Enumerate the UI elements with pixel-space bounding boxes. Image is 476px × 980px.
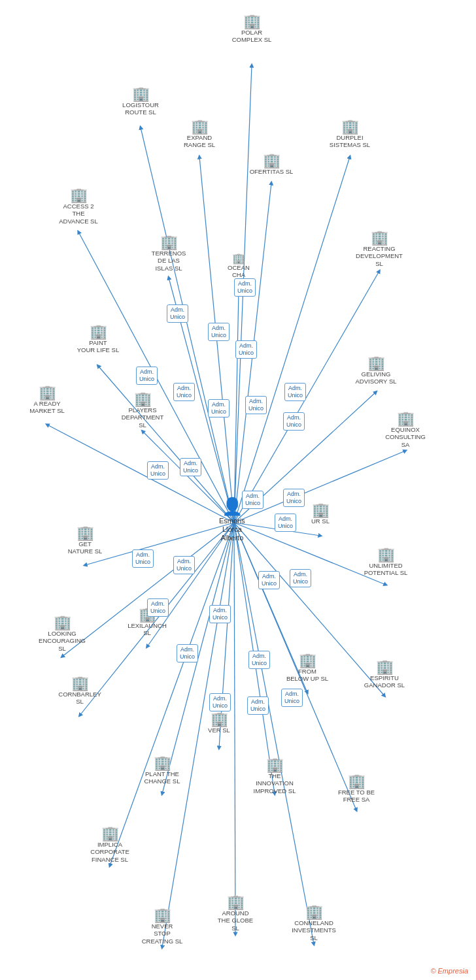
svg-line-8 — [98, 366, 234, 523]
company-node-access2[interactable]: 🏢 ACCESS 2 THE ADVANCE SL — [56, 188, 101, 225]
adm-badge-adm18: Adm.Unico — [209, 605, 231, 623]
building-icon: 🏢 — [397, 412, 415, 426]
building-icon: 🏢 — [211, 712, 228, 727]
adm-badge-adm2: Adm.Unico — [208, 323, 230, 341]
company-node-paint[interactable]: 🏢 PAINT YOUR LIFE SL — [75, 325, 121, 354]
adm-badge-adm26: Adm.Unico — [247, 696, 269, 715]
company-node-durplei[interactable]: 🏢 DURPLEI SISTEMAS SL — [327, 120, 373, 149]
company-node-innovation[interactable]: 🏢 THE INNOVATION IMPROVED SL — [252, 758, 298, 794]
company-node-never_stop[interactable]: 🏢 NEVER STOP CREATING SL — [139, 908, 185, 945]
building-icon: 🏢 — [232, 253, 245, 264]
network-graph: 👤 EsmorisLlorcaAlberto © Empresia 🏢 POLA… — [0, 0, 476, 980]
adm-unico-label: Adm.Unico — [281, 689, 303, 707]
adm-unico-label: Adm.Unico — [136, 367, 158, 385]
company-label: AROUND THE GLOBE SL — [218, 909, 253, 932]
company-node-terrenos[interactable]: 🏢 TERRENOS DE LAS ISLAS SL — [146, 235, 192, 272]
adm-unico-label: Adm.Unico — [180, 458, 201, 476]
building-icon: 🏢 — [191, 120, 209, 134]
company-node-ocean_cha[interactable]: 🏢 OCEAN CHA — [216, 253, 262, 279]
company-node-conneland[interactable]: 🏢 CONNELAND INVESTMENTS SL — [291, 905, 337, 941]
company-node-equinox[interactable]: 🏢 EQUINOX CONSULTING SA — [382, 412, 428, 448]
company-node-looking[interactable]: 🏢 LOOKING ENCOURAGING SL — [39, 615, 85, 652]
adm-badge-adm12: Adm.Unico — [180, 458, 201, 476]
building-icon: 🏢 — [299, 653, 316, 668]
company-label: FROM BELOW UP SL — [286, 668, 328, 683]
adm-badge-adm10: Adm.Unico — [283, 412, 305, 431]
building-icon: 🏢 — [227, 895, 245, 909]
company-node-geliving[interactable]: 🏢 GELIVING ADVISORY SL — [353, 356, 399, 385]
company-label: THE INNOVATION IMPROVED SL — [254, 772, 296, 794]
copyright-text: © Empresia — [430, 967, 468, 975]
building-icon: 🏢 — [90, 325, 107, 339]
company-node-get_nature[interactable]: 🏢 GET NATURE SL — [62, 526, 108, 555]
center-person-node: 👤 EsmorisLlorcaAlberto — [219, 497, 245, 543]
adm-badge-adm15: Adm.Unico — [283, 489, 305, 507]
company-node-polar[interactable]: 🏢 POLAR COMPLEX SL — [229, 14, 275, 44]
company-label: EQUINOX CONSULTING SA — [382, 426, 428, 448]
adm-unico-label: Adm.Unico — [245, 396, 267, 414]
adm-unico-label: Adm.Unico — [242, 491, 264, 509]
company-label: NEVER STOP CREATING SL — [142, 923, 183, 945]
company-node-implica[interactable]: 🏢 IMPLICA CORPORATE FINANCE SL — [87, 826, 133, 863]
company-node-never_ver[interactable]: 🏢 VER SL — [196, 712, 242, 734]
adm-badge-adm14: Adm.Unico — [275, 514, 296, 532]
company-label: LEXILAUNCH SL — [128, 622, 167, 637]
adm-unico-label: Adm.Unico — [167, 304, 188, 323]
building-icon: 🏢 — [312, 503, 330, 517]
company-node-around[interactable]: 🏢 AROUND THE GLOBE SL — [212, 895, 258, 932]
company-label: UNLIMITED POTENTIAL SL — [364, 562, 408, 577]
company-label: ACCESS 2 THE ADVANCE SL — [59, 203, 97, 225]
adm-badge-adm8: Adm.Unico — [245, 396, 267, 414]
adm-unico-label: Adm.Unico — [147, 461, 169, 480]
company-label: LOOKING ENCOURAGING SL — [39, 630, 86, 652]
adm-badge-adm4: Adm.Unico — [235, 340, 257, 359]
company-node-unlimited[interactable]: 🏢 UNLIMITED POTENTIAL SL — [363, 547, 409, 577]
adm-unico-label: Adm.Unico — [235, 340, 257, 359]
company-node-reacting[interactable]: 🏢 REACTING DEVELOPMENT SL — [356, 231, 402, 267]
building-icon: 🏢 — [348, 774, 366, 789]
adm-badge-adm19: Adm.Unico — [147, 598, 169, 617]
adm-badge-adm5: Adm.Unico — [136, 367, 158, 385]
company-label: TERRENOS DE LAS ISLAS SL — [152, 250, 186, 272]
company-label: VER SL — [208, 727, 230, 734]
company-label: ESPIRITU GANADOR SL — [364, 674, 405, 689]
adm-badge-adm23: Adm.Unico — [209, 693, 231, 711]
company-node-aready[interactable]: 🏢 A READY MARKET SL — [24, 385, 70, 415]
adm-badge-adm3: Adm.Unico — [234, 278, 256, 297]
svg-line-4 — [234, 157, 350, 523]
company-label: LOGISTOUR ROUTE SL — [122, 101, 159, 116]
adm-badge-adm24: Adm.Unico — [248, 651, 270, 669]
company-node-plant_change[interactable]: 🏢 PLANT THE CHANGE SL — [139, 756, 185, 785]
adm-unico-label: Adm.Unico — [234, 278, 256, 297]
building-icon: 🏢 — [263, 154, 280, 168]
adm-unico-label: Adm.Unico — [283, 489, 305, 507]
company-label: PLAYERS DEPARTMENT SL — [122, 406, 164, 429]
building-icon: 🏢 — [160, 235, 178, 250]
adm-badge-adm25: Adm.Unico — [281, 689, 303, 707]
building-icon: 🏢 — [132, 87, 150, 101]
adm-badge-adm21: Adm.Unico — [290, 569, 311, 587]
company-node-from_below[interactable]: 🏢 FROM BELOW UP SL — [284, 653, 330, 683]
company-label: POLAR COMPLEX SL — [232, 29, 272, 44]
company-node-free_to_be[interactable]: 🏢 FREE TO BE FREE SA — [333, 774, 379, 804]
company-node-expand[interactable]: 🏢 EXPAND RANGE SL — [177, 120, 222, 149]
company-node-espiritu[interactable]: 🏢 ESPIRITU GANADOR SL — [362, 660, 407, 689]
adm-unico-label: Adm.Unico — [258, 571, 280, 589]
building-icon: 🏢 — [71, 676, 89, 691]
adm-badge-adm11: Adm.Unico — [147, 461, 169, 480]
company-node-cornbarley[interactable]: 🏢 CORNBARLEY SL — [57, 676, 103, 706]
adm-unico-label: Adm.Unico — [208, 323, 230, 341]
company-node-logistour[interactable]: 🏢 LOGISTOUR ROUTE SL — [118, 87, 163, 116]
adm-unico-label: Adm.Unico — [209, 693, 231, 711]
building-icon: 🏢 — [367, 356, 385, 370]
building-icon: 🏢 — [70, 188, 88, 203]
adm-badge-adm6: Adm.Unico — [173, 383, 195, 401]
svg-line-29 — [234, 291, 239, 523]
building-icon: 🏢 — [154, 908, 171, 923]
company-node-ofertitas[interactable]: 🏢 OFERTITAS SL — [248, 154, 294, 175]
adm-unico-label: Adm.Unico — [275, 514, 296, 532]
adm-unico-label: Adm.Unico — [247, 696, 269, 715]
adm-badge-adm20: Adm.Unico — [258, 571, 280, 589]
company-node-players[interactable]: 🏢 PLAYERS DEPARTMENT SL — [120, 392, 165, 429]
adm-unico-label: Adm.Unico — [284, 383, 306, 401]
